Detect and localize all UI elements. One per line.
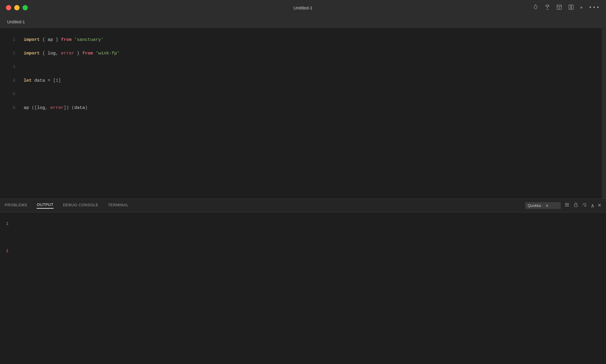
select-value: Quokka	[528, 203, 541, 208]
more-icon[interactable]: •••	[589, 5, 600, 11]
code-line-4: let data = [ 1 ]	[24, 74, 606, 88]
clear-output-icon[interactable]	[564, 202, 570, 209]
lock-icon[interactable]	[573, 202, 578, 209]
broadcast-icon[interactable]	[544, 4, 550, 12]
tab-terminal[interactable]: TERMINAL	[108, 203, 129, 208]
chevron-down-icon: ∨	[546, 203, 549, 208]
output-value-1: 1	[6, 220, 9, 228]
flame-icon[interactable]	[533, 4, 539, 12]
split-icon[interactable]	[568, 4, 574, 12]
panel-tabs-left: PROBLEMS OUTPUT DEBUG CONSOLE TERMINAL	[5, 202, 128, 209]
code-line-6: ap ([ log , error ]) ( data )	[24, 101, 606, 115]
traffic-light-green[interactable]	[22, 5, 28, 10]
editor-tab-untitled[interactable]: Untitled-1	[5, 18, 27, 25]
traffic-light-yellow[interactable]	[14, 5, 20, 10]
line-number-1: 1	[0, 33, 15, 47]
output-line-empty	[6, 231, 600, 244]
code-line-1: import { ap } from 'sanctuary'	[24, 33, 606, 47]
close-panel-icon[interactable]: ×	[598, 202, 601, 209]
line-number-3: 3	[0, 60, 15, 74]
editor-scrollbar[interactable]	[602, 28, 606, 199]
code-line-2: import { log , error } from 'wink-fp'	[24, 47, 606, 60]
layout-icon[interactable]	[556, 4, 562, 12]
tab-debug-console[interactable]: DEBUG CONSOLE	[63, 203, 99, 208]
collapse-panel-icon[interactable]: ∧	[591, 202, 594, 209]
output-line-2: 1	[6, 244, 600, 258]
tab-output[interactable]: OUTPUT	[37, 202, 53, 209]
status-circle-icon: ●	[580, 5, 583, 10]
svg-rect-13	[574, 204, 578, 207]
tab-problems[interactable]: PROBLEMS	[5, 203, 27, 208]
code-line-5	[24, 88, 606, 101]
output-value-2: 1	[6, 248, 9, 255]
title-bar-actions: ● •••	[533, 4, 600, 12]
svg-rect-8	[569, 5, 571, 9]
line-number-4: 4	[0, 74, 15, 88]
editor-tab-bar: Untitled-1	[0, 15, 606, 28]
code-editor[interactable]: import { ap } from 'sanctuary' import { …	[21, 28, 606, 199]
wrap-icon[interactable]	[582, 202, 587, 209]
line-number-5: 5	[0, 88, 15, 101]
output-content: 1 1	[0, 212, 606, 263]
title-bar: Untitled-1	[0, 0, 606, 15]
traffic-light-red[interactable]	[6, 5, 11, 10]
svg-rect-0	[546, 5, 549, 7]
code-line-3	[24, 60, 606, 74]
line-number-6: 6	[0, 101, 15, 115]
line-number-2: 2	[0, 47, 15, 60]
svg-rect-9	[571, 5, 573, 9]
window-title: Untitled-1	[294, 5, 312, 10]
output-filter-select[interactable]: Quokka ∨	[525, 202, 561, 209]
panel-area: PROBLEMS OUTPUT DEBUG CONSOLE TERMINAL Q…	[0, 199, 606, 263]
traffic-lights	[6, 5, 28, 10]
output-line-1: 1	[6, 217, 600, 231]
panel-tabs-right: Quokka ∨ ∧	[525, 202, 601, 209]
panel-tab-bar: PROBLEMS OUTPUT DEBUG CONSOLE TERMINAL Q…	[0, 199, 606, 212]
editor-area: 1 2 3 4 5 6 import { ap } from 'sanc	[0, 28, 606, 199]
line-numbers: 1 2 3 4 5 6	[0, 28, 21, 199]
